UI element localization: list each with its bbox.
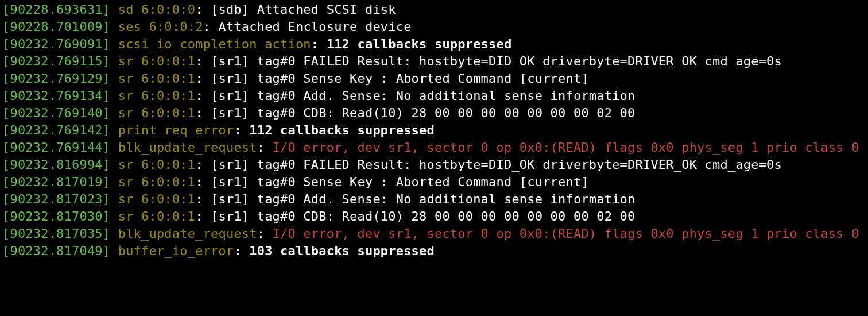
log-segment: I/O error, dev sr1, sector 0 op 0x0:(REA… [273, 226, 859, 241]
log-segment: scsi_io_completion_action [118, 37, 311, 51]
log-line: [90232.769134] sr 6:0:0:1: [sr1] tag#0 A… [2, 88, 636, 103]
log-line: [90232.817023] sr 6:0:0:1: [sr1] tag#0 A… [2, 192, 636, 206]
log-segment: : [sr1] tag#0 CDB: Read(10) 28 00 00 00 … [195, 106, 635, 120]
log-line: [90232.817035] blk_update_request: I/O e… [2, 226, 859, 241]
log-segment: : [sr1] tag#0 CDB: Read(10) 28 00 00 00 … [195, 209, 635, 223]
log-line: [90232.816994] sr 6:0:0:1: [sr1] tag#0 F… [2, 157, 782, 172]
log-line: [90232.769115] sr 6:0:0:1: [sr1] tag#0 F… [2, 54, 782, 68]
log-line: [90232.769091] scsi_io_completion_action… [2, 37, 512, 51]
log-segment: : [sdb] Attached SCSI disk [195, 2, 396, 17]
timestamp: [90232.817035] [2, 226, 110, 241]
log-segment: sr 6:0:0:1 [118, 175, 195, 189]
log-segment: : [sr1] tag#0 Sense Key : Aborted Comman… [195, 175, 589, 189]
log-segment: print_req_error [118, 123, 234, 137]
log-segment: blk_update_request [118, 140, 257, 155]
timestamp: [90232.817019] [2, 175, 110, 189]
log-line: [90228.693631] sd 6:0:0:0: [sdb] Attache… [2, 2, 396, 17]
log-line: [90232.769144] blk_update_request: I/O e… [2, 140, 859, 155]
timestamp: [90232.769129] [2, 71, 110, 86]
log-segment: : Attached Enclosure device [203, 20, 412, 34]
timestamp: [90232.769091] [2, 37, 110, 51]
log-segment: I/O error, dev sr1, sector 0 op 0x0:(REA… [273, 140, 859, 155]
log-segment: sr 6:0:0:1 [118, 88, 195, 103]
log-segment: sr 6:0:0:1 [118, 157, 195, 172]
log-line: [90232.769140] sr 6:0:0:1: [sr1] tag#0 C… [2, 106, 636, 120]
timestamp: [90232.769144] [2, 140, 110, 155]
log-segment: sr 6:0:0:1 [118, 71, 195, 86]
log-segment: sr 6:0:0:1 [118, 54, 195, 68]
log-segment: : [257, 226, 273, 241]
log-segment: : [sr1] tag#0 FAILED Result: hostbyte=DI… [195, 157, 782, 172]
timestamp: [90232.817030] [2, 209, 110, 223]
log-segment: : 103 callbacks suppressed [234, 244, 435, 258]
log-line: [90232.769142] print_req_error: 112 call… [2, 123, 435, 137]
log-segment: : [sr1] tag#0 FAILED Result: hostbyte=DI… [195, 54, 782, 68]
log-line: [90232.817019] sr 6:0:0:1: [sr1] tag#0 S… [2, 175, 589, 189]
log-segment: : 112 callbacks suppressed [234, 123, 435, 137]
timestamp: [90228.693631] [2, 2, 110, 17]
log-segment: blk_update_request [118, 226, 257, 241]
log-segment: buffer_io_error [118, 244, 234, 258]
log-line: [90232.817049] buffer_io_error: 103 call… [2, 244, 435, 258]
log-segment: sr 6:0:0:1 [118, 209, 195, 223]
log-segment: : [sr1] tag#0 Add. Sense: No additional … [195, 88, 635, 103]
log-segment: : 112 callbacks suppressed [311, 37, 512, 51]
timestamp: [90232.769134] [2, 88, 110, 103]
log-line: [90232.769129] sr 6:0:0:1: [sr1] tag#0 S… [2, 71, 589, 86]
log-segment: : [sr1] tag#0 Add. Sense: No additional … [195, 192, 635, 206]
log-segment: sd 6:0:0:0 [118, 2, 195, 17]
log-segment: sr 6:0:0:1 [118, 106, 195, 120]
timestamp: [90232.769142] [2, 123, 110, 137]
terminal-output: [90228.693631] sd 6:0:0:0: [sdb] Attache… [0, 0, 868, 265]
log-segment: : [257, 140, 273, 155]
log-segment: ses 6:0:0:2 [118, 20, 203, 34]
log-segment: : [sr1] tag#0 Sense Key : Aborted Comman… [195, 71, 589, 86]
log-segment: sr 6:0:0:1 [118, 192, 195, 206]
timestamp: [90232.816994] [2, 157, 110, 172]
timestamp: [90228.701009] [2, 20, 110, 34]
timestamp: [90232.769115] [2, 54, 110, 68]
timestamp: [90232.817023] [2, 192, 110, 206]
log-line: [90232.817030] sr 6:0:0:1: [sr1] tag#0 C… [2, 209, 636, 223]
timestamp: [90232.769140] [2, 106, 110, 120]
log-line: [90228.701009] ses 6:0:0:2: Attached Enc… [2, 20, 412, 34]
timestamp: [90232.817049] [2, 244, 110, 258]
